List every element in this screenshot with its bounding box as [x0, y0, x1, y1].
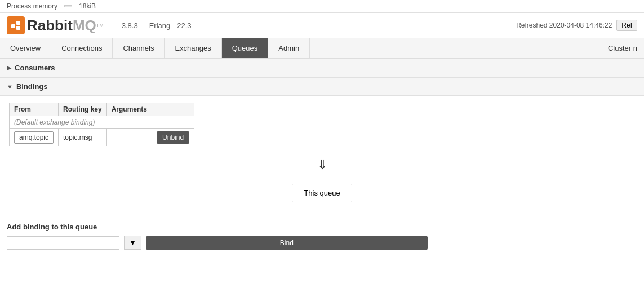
svg-rect-0	[11, 24, 15, 28]
col-from: From	[10, 103, 59, 116]
nav-queues[interactable]: Queues	[222, 38, 269, 58]
binding-action-cell: Unbind	[152, 129, 194, 146]
logo-icon	[7, 16, 25, 34]
refreshed-label: Refreshed 2020-04-08 14:46:22	[516, 21, 612, 29]
nav-overview[interactable]: Overview	[0, 38, 51, 58]
table-row: (Default exchange binding)	[10, 116, 194, 129]
refresh-button[interactable]: Ref	[616, 20, 637, 31]
binding-from-cell: amq.topic	[10, 129, 59, 146]
add-binding-input[interactable]	[7, 236, 119, 250]
add-binding-search-button[interactable]: ▼	[124, 236, 141, 250]
col-routing-key: Routing key	[59, 103, 107, 116]
exchange-box: amq.topic	[14, 131, 54, 144]
default-exchange-label: (Default exchange binding)	[10, 116, 194, 129]
down-arrow-icon: ⇓	[317, 158, 327, 172]
add-binding-section: Add binding to this queue ▼ Bind	[0, 220, 644, 254]
nav-exchanges[interactable]: Exchanges	[165, 38, 221, 58]
cluster-label: Cluster n	[601, 38, 644, 58]
this-queue-button[interactable]: This queue	[292, 184, 352, 202]
memory-badge	[64, 5, 72, 7]
binding-routing-key-cell: topic.msg	[59, 129, 107, 146]
top-partial-row: Process memory 18kiB	[0, 0, 644, 13]
this-queue-area: This queue	[9, 178, 635, 214]
binding-arguments-cell	[106, 129, 152, 146]
bindings-section-title: Bindings	[16, 82, 48, 91]
nav-admin[interactable]: Admin	[268, 38, 310, 58]
svg-rect-1	[16, 21, 20, 25]
add-binding-row: ▼ Bind	[7, 236, 637, 250]
unbind-button[interactable]: Unbind	[157, 131, 189, 144]
nav-connections[interactable]: Connections	[51, 38, 113, 58]
table-row: amq.topic topic.msg Unbind	[10, 129, 194, 146]
consumers-toggle-icon: ▶	[7, 64, 11, 72]
bindings-table: From Routing key Arguments (Default exch…	[9, 103, 194, 146]
content: ▶ Consumers ▼ Bindings From Routing key …	[0, 59, 644, 254]
version-number: 3.8.3	[122, 21, 138, 30]
bind-button[interactable]: Bind	[146, 236, 428, 250]
logo-mq: MQ	[73, 17, 96, 34]
svg-rect-2	[16, 26, 20, 30]
bindings-toggle-icon: ▼	[7, 83, 13, 90]
col-arguments: Arguments	[106, 103, 152, 116]
size-label: 18kiB	[79, 2, 96, 10]
bindings-section-header[interactable]: ▼ Bindings	[0, 77, 644, 96]
erlang-version: 22.3	[177, 21, 191, 30]
erlang-label: Erlang	[149, 21, 171, 30]
consumers-section-title: Consumers	[15, 64, 55, 72]
logo-tm: TM	[96, 23, 104, 28]
process-memory-label: Process memory	[7, 2, 57, 10]
header-right: Refreshed 2020-04-08 14:46:22 Ref	[516, 20, 637, 31]
bindings-section-body: From Routing key Arguments (Default exch…	[0, 96, 644, 220]
logo: RabbitMQTM	[7, 16, 104, 34]
col-action	[152, 103, 194, 116]
header: RabbitMQTM 3.8.3 Erlang 22.3 Refreshed 2…	[0, 13, 644, 38]
arrow-area: ⇓	[9, 146, 635, 178]
logo-rabbit: Rabbit	[27, 17, 73, 34]
consumers-section-header[interactable]: ▶ Consumers	[0, 59, 644, 77]
nav-channels[interactable]: Channels	[113, 38, 165, 58]
add-binding-label: Add binding to this queue	[7, 223, 637, 231]
navigation: Overview Connections Channels Exchanges …	[0, 38, 644, 59]
